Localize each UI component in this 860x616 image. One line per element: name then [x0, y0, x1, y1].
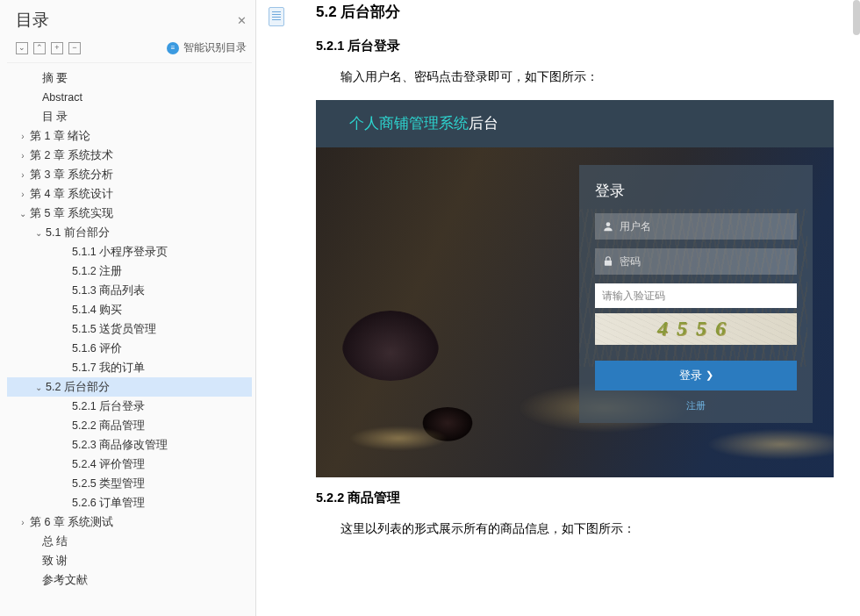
chevron-right-icon[interactable]: ›	[18, 151, 28, 161]
toc-item[interactable]: ⌄5.1 前台部分	[7, 223, 252, 242]
scrollbar-thumb[interactable]	[853, 0, 860, 35]
toc-item-label: 摘 要	[42, 71, 68, 86]
collapse-up-icon[interactable]: ⌃	[33, 42, 46, 54]
document-viewer[interactable]: 5.2 后台部分 5.2.1 后台登录 输入用户名、密码点击登录即可，如下图所示…	[256, 0, 860, 616]
svg-point-0	[606, 222, 611, 226]
username-field[interactable]	[595, 213, 797, 240]
smart-toc-label: 智能识别目录	[183, 40, 247, 55]
toc-item-label: 5.1.7 我的订单	[72, 361, 145, 376]
chevron-right-icon: ❯	[706, 369, 713, 381]
toc-item[interactable]: ·5.2.6 订单管理	[7, 493, 252, 512]
toc-item-label: 5.2 后台部分	[46, 380, 110, 395]
smart-toc-button[interactable]: ≡ 智能识别目录	[167, 40, 247, 55]
remove-level-icon[interactable]: −	[68, 42, 81, 54]
toc-item[interactable]: ⌄5.2 后台部分	[7, 377, 252, 397]
toc-item[interactable]: ·摘 要	[7, 68, 252, 88]
toc-item[interactable]: ·目 录	[7, 107, 252, 126]
toc-tree[interactable]: ·摘 要·Abstract·目 录›第 1 章 绪论›第 2 章 系统技术›第 …	[7, 63, 252, 611]
toc-item[interactable]: ⌄第 5 章 系统实现	[7, 204, 252, 223]
svg-rect-1	[605, 261, 612, 266]
toc-item[interactable]: ·5.1.6 评价	[7, 339, 252, 358]
chevron-right-icon[interactable]: ›	[18, 170, 28, 180]
toc-item[interactable]: ›第 2 章 系统技术	[7, 146, 252, 165]
toc-item[interactable]: ·5.1.1 小程序登录页	[7, 242, 252, 261]
toc-item[interactable]: ›第 4 章 系统设计	[7, 184, 252, 204]
paragraph: 这里以列表的形式展示所有的商品信息，如下图所示：	[316, 519, 834, 540]
login-title: 登录	[595, 181, 797, 201]
toc-item[interactable]: ·5.1.5 送货员管理	[7, 319, 252, 339]
toc-item-label: 第 2 章 系统技术	[30, 148, 113, 163]
login-button[interactable]: 登录 ❯	[595, 361, 797, 390]
toc-item-label: 第 5 章 系统实现	[30, 206, 113, 221]
toc-item[interactable]: ·5.2.5 类型管理	[7, 474, 252, 493]
chevron-down-icon[interactable]: ⌄	[33, 383, 44, 392]
page-thumbnail-icon	[269, 7, 284, 26]
toc-item-label: 第 3 章 系统分析	[30, 168, 113, 183]
add-level-icon[interactable]: +	[51, 42, 63, 54]
password-input[interactable]	[620, 255, 790, 268]
toc-item-label: 5.2.5 类型管理	[72, 476, 145, 491]
toc-item-label: 5.2.2 商品管理	[72, 419, 145, 433]
captcha-input[interactable]	[602, 290, 790, 302]
close-icon[interactable]: ✕	[237, 14, 247, 27]
toc-item[interactable]: ›第 1 章 绪论	[7, 126, 252, 146]
toc-item[interactable]: ·5.1.2 注册	[7, 261, 252, 281]
toc-item[interactable]: ·5.2.1 后台登录	[7, 397, 252, 416]
toc-item-label: 5.1.5 送货员管理	[72, 322, 156, 337]
app-title-suffix: 后台	[469, 113, 498, 133]
toc-item[interactable]: ·5.1.7 我的订单	[7, 358, 252, 377]
toc-title: 目录	[16, 9, 49, 32]
toc-item-label: 5.1.6 评价	[72, 341, 122, 356]
toc-item[interactable]: ·致 谢	[7, 551, 252, 570]
chevron-right-icon[interactable]: ›	[18, 518, 28, 527]
captcha-image[interactable]: 4556	[595, 313, 797, 345]
app-title-brand: 个人商铺管理系统	[349, 113, 469, 133]
toc-item-label: 5.1.3 商品列表	[72, 283, 145, 298]
toc-item-label: Abstract	[42, 91, 82, 104]
toc-item-label: 总 结	[42, 534, 68, 549]
password-field[interactable]	[595, 248, 797, 275]
toc-item[interactable]: ·5.2.3 商品修改管理	[7, 435, 252, 455]
toc-item-label: 目 录	[42, 110, 68, 125]
login-screenshot: 个人商铺管理系统后台 登录	[316, 100, 834, 477]
toc-toolbar: ⌄ ⌃ + − ≡ 智能识别目录	[7, 39, 252, 63]
toc-item-label: 致 谢	[42, 554, 68, 569]
heading-5-2-1: 5.2.1 后台登录	[316, 38, 834, 54]
user-icon	[602, 220, 614, 233]
login-button-label: 登录	[679, 368, 702, 383]
login-panel: 登录 4556 登录 ❯ 注册	[579, 165, 813, 423]
toc-item-label: 5.1.1 小程序登录页	[72, 245, 168, 260]
toc-item[interactable]: ·参考文献	[7, 570, 252, 590]
captcha-field[interactable]	[595, 283, 797, 308]
toc-item[interactable]: ›第 6 章 系统测试	[7, 512, 252, 532]
toc-item-label: 第 4 章 系统设计	[30, 187, 113, 202]
toc-item-label: 5.2.6 订单管理	[72, 496, 145, 511]
toc-item[interactable]: ·5.2.4 评价管理	[7, 455, 252, 474]
toc-item-label: 5.1.2 注册	[72, 264, 122, 279]
toc-item-label: 5.1.4 购买	[72, 303, 122, 318]
toc-sidebar: 目录 ✕ ⌄ ⌃ + − ≡ 智能识别目录 ·摘 要·Abstract·目 录›…	[0, 0, 256, 616]
chevron-down-icon[interactable]: ⌄	[33, 228, 44, 238]
toc-item[interactable]: ·5.1.3 商品列表	[7, 281, 252, 300]
lock-icon	[602, 255, 614, 268]
toc-item-label: 第 6 章 系统测试	[30, 515, 113, 530]
heading-5-2: 5.2 后台部分	[316, 2, 834, 22]
username-input[interactable]	[620, 220, 790, 233]
toc-item[interactable]: ·5.1.4 购买	[7, 300, 252, 319]
paragraph: 输入用户名、密码点击登录即可，如下图所示：	[316, 67, 834, 88]
toc-item-label: 参考文献	[42, 573, 88, 588]
toc-item[interactable]: ·总 结	[7, 532, 252, 551]
toc-item-label: 5.2.4 评价管理	[72, 457, 145, 472]
expand-down-icon[interactable]: ⌄	[16, 42, 28, 54]
toc-item[interactable]: ·5.2.2 商品管理	[7, 416, 252, 435]
toc-item-label: 5.2.1 后台登录	[72, 399, 145, 414]
heading-5-2-2: 5.2.2 商品管理	[316, 490, 834, 506]
toc-item[interactable]: ›第 3 章 系统分析	[7, 165, 252, 184]
register-link[interactable]: 注册	[595, 399, 797, 412]
chevron-down-icon[interactable]: ⌄	[18, 209, 28, 218]
toc-item[interactable]: ·Abstract	[7, 88, 252, 107]
chevron-right-icon[interactable]: ›	[18, 190, 28, 199]
toc-item-label: 5.2.3 商品修改管理	[72, 438, 168, 453]
chevron-right-icon[interactable]: ›	[18, 132, 28, 141]
smart-toc-icon: ≡	[167, 42, 179, 54]
